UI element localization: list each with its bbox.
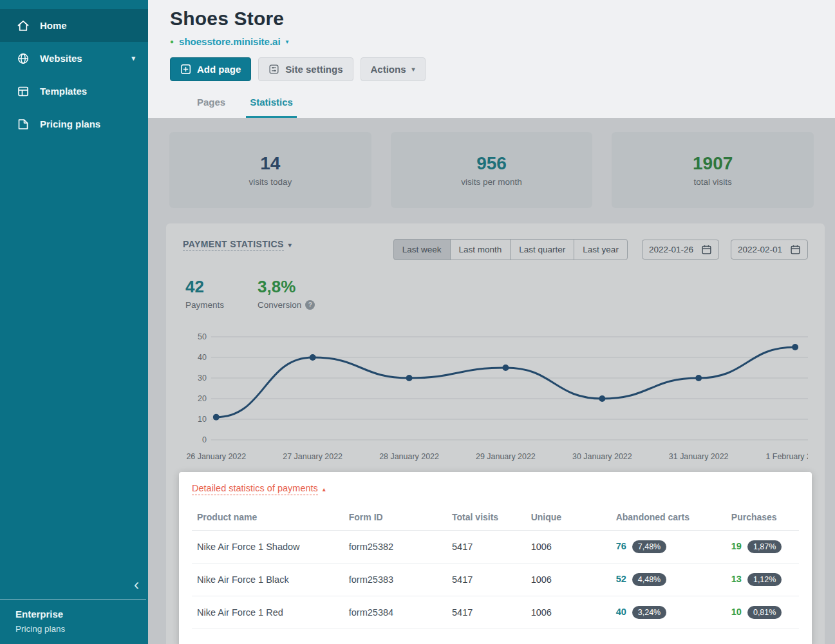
stat-label: visits per month xyxy=(461,177,522,187)
calendar-icon xyxy=(701,244,712,255)
sidebar-footer: ‹ Enterprise Pricing plans xyxy=(0,577,148,644)
actions-label: Actions xyxy=(371,64,406,75)
svg-text:29 January 2022: 29 January 2022 xyxy=(476,452,536,461)
sidebar: Home Websites ▾ Templates Pricing plans … xyxy=(0,0,148,644)
abandoned-pct-badge: 7,48% xyxy=(632,540,666,553)
date-from-value: 2022-01-26 xyxy=(649,245,693,254)
col-abandoned-carts: Abandoned carts xyxy=(611,504,726,531)
sidebar-collapse-chevron[interactable]: ‹ xyxy=(0,577,148,592)
date-range: 2022-01-26 2022-02-01 xyxy=(642,240,808,260)
cell-total: 5417 xyxy=(447,596,526,629)
filter-last-week[interactable]: Last week xyxy=(393,239,451,260)
filter-last-quarter[interactable]: Last quarter xyxy=(510,239,574,260)
sidebar-divider xyxy=(0,599,146,600)
detailed-statistics-section: Detailed statistics of payments ▴ Produc… xyxy=(179,472,812,644)
filter-last-month[interactable]: Last month xyxy=(450,239,511,260)
filter-last-year[interactable]: Last year xyxy=(574,239,628,260)
site-settings-icon xyxy=(268,64,279,75)
conversion-metric-label: Conversion ? xyxy=(258,300,315,310)
caret-down-icon[interactable]: ▾ xyxy=(286,38,289,45)
cell-purchases: 191,87% xyxy=(726,531,799,564)
table-row: Nike Air Force 1 Black form25383 5417 10… xyxy=(192,564,799,596)
payment-statistics-toggle[interactable]: PAYMENT STATISTICS ▾ xyxy=(183,239,292,251)
stat-card-total-visits: 1907 total visits xyxy=(612,132,814,208)
cell-product: Nike Air Force 1 Black xyxy=(192,564,344,596)
statistics-section: 14 visits today 956 visits per month 190… xyxy=(148,118,835,644)
stat-value: 1907 xyxy=(693,153,733,174)
cell-unique: 1006 xyxy=(526,531,611,564)
payment-statistics-title: PAYMENT STATISTICS xyxy=(183,239,284,251)
add-page-label: Add page xyxy=(197,64,241,75)
domain-link[interactable]: shoesstore.minisite.ai xyxy=(179,36,281,47)
cell-form-id: form25382 xyxy=(344,531,447,564)
add-page-button[interactable]: Add page xyxy=(170,57,251,81)
col-form-id: Form ID xyxy=(344,504,447,531)
caret-down-icon[interactable]: ▾ xyxy=(131,54,135,62)
date-from-input[interactable]: 2022-01-26 xyxy=(642,240,719,260)
caret-down-icon: ▾ xyxy=(288,242,292,249)
col-unique: Unique xyxy=(526,504,611,531)
svg-text:10: 10 xyxy=(198,415,207,424)
site-settings-button[interactable]: Site settings xyxy=(258,57,353,81)
stat-card-visits-today: 14 visits today xyxy=(169,132,371,208)
tab-statistics[interactable]: Statistics xyxy=(246,97,297,118)
svg-text:27 January 2022: 27 January 2022 xyxy=(283,452,342,461)
conversion-label-text: Conversion xyxy=(258,300,301,310)
sidebar-nav: Home Websites ▾ Templates Pricing plans xyxy=(0,9,148,140)
purchases-count: 13 xyxy=(731,574,742,584)
help-icon[interactable]: ? xyxy=(305,300,315,310)
conversion-metric: 3,8% Conversion ? xyxy=(258,277,315,310)
period-filter-group: Last week Last month Last quarter Last y… xyxy=(393,239,628,260)
pricing-icon xyxy=(17,118,30,131)
purchases-pct-badge: 1,12% xyxy=(747,573,782,586)
table-header-row: Product name Form ID Total visits Unique… xyxy=(192,504,799,531)
sidebar-item-websites[interactable]: Websites ▾ xyxy=(0,42,148,75)
tab-pages[interactable]: Pages xyxy=(193,97,229,118)
date-to-value: 2022-02-01 xyxy=(738,245,782,254)
abandoned-pct-badge: 4,48% xyxy=(632,573,666,586)
tab-bar: Pages Statistics xyxy=(193,97,814,118)
caret-down-icon: ▾ xyxy=(412,66,415,73)
svg-text:26 January 2022: 26 January 2022 xyxy=(186,452,246,461)
payments-count: 42 xyxy=(185,277,224,297)
table-row: Nike Air Force 1 Shadow form25382 5417 1… xyxy=(192,531,799,564)
date-to-input[interactable]: 2022-02-01 xyxy=(731,240,808,260)
svg-text:50: 50 xyxy=(198,332,207,341)
page-header: Shoes Store ● shoesstore.minisite.ai ▾ A… xyxy=(148,0,835,118)
cell-abandoned: 524,48% xyxy=(611,564,726,596)
cell-total: 5417 xyxy=(447,531,526,564)
table-row: Nike Air Force 1 Red form25384 5417 1006… xyxy=(192,596,799,629)
plan-name: Enterprise xyxy=(0,609,148,620)
svg-text:20: 20 xyxy=(198,394,207,403)
purchases-count: 19 xyxy=(731,541,742,551)
svg-text:1 February 2022: 1 February 2022 xyxy=(765,452,808,461)
cell-product: Nike Air Force 1 Red xyxy=(192,596,344,629)
domain-row: ● shoesstore.minisite.ai ▾ xyxy=(170,36,814,47)
template-icon xyxy=(17,85,30,98)
actions-button[interactable]: Actions ▾ xyxy=(361,57,426,81)
plan-pricing-link[interactable]: Pricing plans xyxy=(0,624,148,634)
payments-chart: 0102030405026 January 202227 January 202… xyxy=(183,328,808,464)
calendar-icon xyxy=(790,244,801,255)
purchases-count: 10 xyxy=(731,607,742,617)
stat-value: 956 xyxy=(476,153,507,174)
visit-stats-cards: 14 visits today 956 visits per month 190… xyxy=(169,132,814,208)
sidebar-item-templates[interactable]: Templates xyxy=(0,75,148,108)
sidebar-item-pricing-plans[interactable]: Pricing plans xyxy=(0,108,148,140)
detailed-statistics-toggle[interactable]: Detailed statistics of payments ▴ xyxy=(192,483,326,495)
col-product-name: Product name xyxy=(192,504,344,531)
abandoned-pct-badge: 3,24% xyxy=(632,606,666,619)
abandoned-count: 52 xyxy=(616,574,626,584)
payment-metrics: 42 Payments 3,8% Conversion ? xyxy=(183,277,808,310)
stat-label: visits today xyxy=(249,177,292,187)
col-total-visits: Total visits xyxy=(447,504,526,531)
payments-metric-label: Payments xyxy=(185,300,224,310)
site-settings-label: Site settings xyxy=(285,64,342,75)
status-dot-icon: ● xyxy=(170,38,174,45)
main-content: Shoes Store ● shoesstore.minisite.ai ▾ A… xyxy=(148,0,835,644)
cell-form-id: form25384 xyxy=(344,596,447,629)
sidebar-item-home[interactable]: Home xyxy=(0,9,148,42)
add-page-icon xyxy=(180,64,191,75)
conversion-value: 3,8% xyxy=(258,277,315,297)
sidebar-item-label: Websites xyxy=(40,53,82,64)
